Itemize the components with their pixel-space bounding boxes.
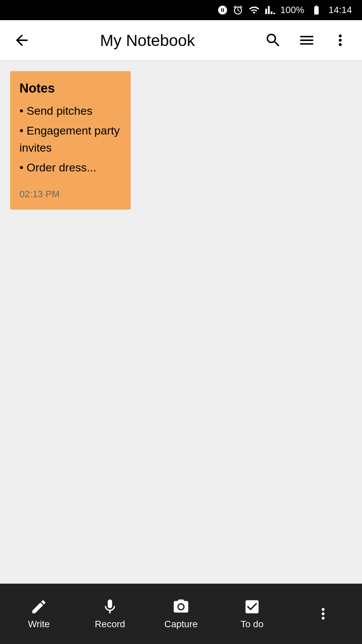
bottom-nav: Write Record Capture To do [0, 584, 362, 644]
note-bullet-3: • Order dress... [19, 159, 121, 176]
view-mode-button[interactable] [295, 29, 318, 52]
main-content: Notes • Send pitches • Engagement party … [0, 61, 362, 584]
nav-item-write[interactable]: Write [3, 584, 74, 644]
search-button[interactable] [261, 29, 285, 52]
todo-icon [243, 598, 261, 615]
nav-item-capture[interactable]: Capture [145, 584, 217, 644]
status-icons: 100% 14:14 [217, 5, 352, 15]
nav-label-write: Write [28, 619, 50, 630]
signal-icon [265, 5, 276, 15]
note-timestamp: 02:13 PM [19, 189, 121, 200]
recycle-icon [217, 5, 228, 15]
page-title: My Notebook [34, 31, 261, 50]
app-bar-actions [261, 29, 352, 52]
note-card[interactable]: Notes • Send pitches • Engagement party … [10, 71, 131, 210]
camera-icon [172, 598, 190, 615]
nav-item-more[interactable] [288, 584, 359, 644]
alarm-icon [233, 5, 243, 15]
nav-item-todo[interactable]: To do [217, 584, 288, 644]
write-icon [30, 598, 48, 615]
more-vertical-icon [314, 605, 332, 623]
note-bullet-2: • Engagement party invites [19, 122, 121, 156]
nav-label-record: Record [95, 619, 125, 630]
battery-icon [309, 5, 324, 15]
clock-text: 14:14 [328, 5, 352, 15]
nav-label-capture: Capture [164, 619, 198, 630]
note-bullet-1: • Send pitches [19, 102, 121, 119]
wifi-icon [248, 5, 260, 15]
note-body: • Send pitches • Engagement party invite… [19, 102, 121, 179]
note-title: Notes [19, 81, 121, 96]
mic-icon [101, 598, 119, 615]
more-options-button[interactable] [328, 29, 352, 52]
app-bar: My Notebook [0, 20, 362, 60]
status-bar: 100% 14:14 [0, 0, 362, 20]
battery-text: 100% [280, 5, 304, 15]
nav-item-record[interactable]: Record [74, 584, 145, 644]
nav-label-todo: To do [241, 619, 264, 630]
back-button[interactable] [10, 29, 34, 52]
